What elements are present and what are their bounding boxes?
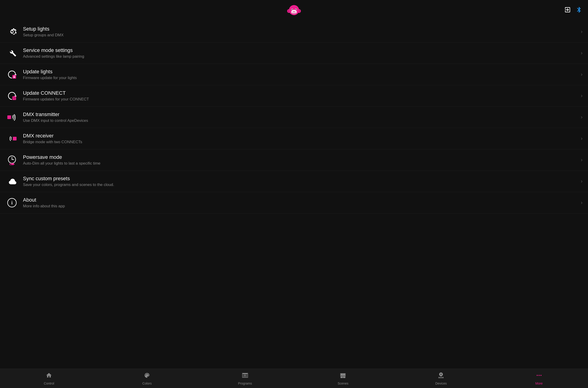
chevron-right-icon: › xyxy=(581,178,583,184)
chevron-right-icon: › xyxy=(581,200,583,206)
devices-icon xyxy=(438,372,444,380)
menu-item-sync-presets[interactable]: Sync custom presets Save your colors, pr… xyxy=(0,171,588,192)
login-icon[interactable] xyxy=(564,6,571,15)
chevron-right-icon: › xyxy=(581,114,583,120)
update-lights-icon xyxy=(5,68,18,81)
chevron-right-icon: › xyxy=(581,136,583,142)
update-lights-text: Update lights Firmware update for your l… xyxy=(23,69,577,80)
setup-lights-subtitle: Setup groups and DMX xyxy=(23,33,577,37)
wrench-icon xyxy=(5,47,18,60)
menu-item-about[interactable]: i About More info about this app › xyxy=(0,192,588,214)
programs-icon xyxy=(242,372,248,380)
menu-item-powersave[interactable]: Powersave mode Auto-Dim all your lights … xyxy=(0,149,588,171)
menu-item-service-mode[interactable]: Service mode settings Advanced settings … xyxy=(0,43,588,64)
svg-text:i: i xyxy=(11,200,13,205)
svg-rect-14 xyxy=(13,97,15,99)
sync-presets-text: Sync custom presets Save your colors, pr… xyxy=(23,176,577,187)
powersave-subtitle: Auto-Dim all your lights to last a speci… xyxy=(23,161,577,166)
dmx-receiver-subtitle: Bridge mode with two CONNECTs xyxy=(23,140,577,144)
about-icon: i xyxy=(5,196,18,209)
svg-point-32 xyxy=(541,375,542,376)
dmx-transmitter-title: DMX transmitter xyxy=(23,112,577,118)
bluetooth-icon[interactable] xyxy=(576,6,583,15)
svg-rect-22 xyxy=(10,164,11,165)
svg-point-10 xyxy=(293,11,294,12)
header-actions xyxy=(564,6,583,15)
update-connect-title: Update CONNECT xyxy=(23,90,577,96)
svg-point-31 xyxy=(538,375,540,376)
chevron-right-icon: › xyxy=(581,29,583,35)
nav-item-devices[interactable]: Devices xyxy=(392,371,490,386)
menu-item-dmx-receiver[interactable]: DMX receiver Bridge mode with two CONNEC… xyxy=(0,128,588,149)
chevron-right-icon: › xyxy=(581,72,583,77)
service-mode-text: Service mode settings Advanced settings … xyxy=(23,47,577,59)
home-icon xyxy=(46,372,52,380)
update-connect-text: Update CONNECT Firmware updates for your… xyxy=(23,90,577,102)
menu-item-setup-lights[interactable]: Setup lights Setup groups and DMX › xyxy=(0,21,588,43)
app-logo xyxy=(287,4,301,18)
scenes-icon xyxy=(340,372,346,380)
more-label: More xyxy=(535,382,543,385)
svg-point-8 xyxy=(292,9,293,10)
update-lights-subtitle: Firmware update for your lights xyxy=(23,76,577,80)
menu-item-dmx-transmitter[interactable]: DMX transmitter Use DMX input to control… xyxy=(0,107,588,128)
svg-marker-26 xyxy=(244,375,246,376)
bottom-navigation: Control Colors Programs xyxy=(0,369,588,388)
service-mode-subtitle: Advanced settings like lamp pairing xyxy=(23,54,577,59)
powersave-title: Powersave mode xyxy=(23,154,577,160)
nav-item-more[interactable]: More xyxy=(490,371,588,386)
dmx-receiver-icon xyxy=(5,132,18,145)
about-subtitle: More info about this app xyxy=(23,204,577,209)
sync-presets-title: Sync custom presets xyxy=(23,176,577,182)
nav-item-programs[interactable]: Programs xyxy=(196,371,294,386)
cloud-icon xyxy=(5,175,18,188)
update-connect-subtitle: Firmware updates for your CONNECT xyxy=(23,97,577,102)
dmx-transmitter-text: DMX transmitter Use DMX input to control… xyxy=(23,112,577,123)
chevron-right-icon: › xyxy=(581,50,583,56)
dmx-transmitter-subtitle: Use DMX input to control ApeDevices xyxy=(23,118,577,123)
svg-rect-15 xyxy=(7,115,11,119)
sync-presets-subtitle: Save your colors, programs and scenes to… xyxy=(23,183,577,187)
colors-icon xyxy=(144,372,150,380)
setup-lights-title: Setup lights xyxy=(23,26,577,32)
service-mode-title: Service mode settings xyxy=(23,47,577,53)
more-icon xyxy=(536,372,542,380)
update-lights-title: Update lights xyxy=(23,69,577,75)
dmx-transmitter-icon xyxy=(5,111,18,124)
nav-item-scenes[interactable]: Scenes xyxy=(294,371,392,386)
svg-rect-21 xyxy=(14,164,15,165)
powersave-icon xyxy=(5,154,18,167)
about-title: About xyxy=(23,197,577,203)
update-connect-icon xyxy=(5,89,18,102)
chevron-right-icon: › xyxy=(581,93,583,99)
devices-label: Devices xyxy=(435,382,447,385)
gear-icon xyxy=(5,25,18,38)
colors-label: Colors xyxy=(142,382,152,385)
setup-lights-text: Setup lights Setup groups and DMX xyxy=(23,26,577,37)
svg-point-30 xyxy=(537,375,538,376)
chevron-right-icon: › xyxy=(581,157,583,163)
powersave-text: Powersave mode Auto-Dim all your lights … xyxy=(23,154,577,166)
programs-label: Programs xyxy=(238,382,252,385)
svg-point-11 xyxy=(294,11,295,12)
settings-menu: Setup lights Setup groups and DMX › Serv… xyxy=(0,21,588,369)
header xyxy=(0,0,588,21)
dmx-receiver-title: DMX receiver xyxy=(23,133,577,139)
control-label: Control xyxy=(44,382,54,385)
svg-rect-16 xyxy=(13,137,17,141)
nav-item-control[interactable]: Control xyxy=(0,371,98,386)
scenes-label: Scenes xyxy=(338,382,348,385)
monkey-logo-icon xyxy=(287,4,301,18)
menu-item-update-lights[interactable]: Update lights Firmware update for your l… xyxy=(0,64,588,85)
about-text: About More info about this app xyxy=(23,197,577,209)
nav-item-colors[interactable]: Colors xyxy=(98,371,196,386)
menu-item-update-connect[interactable]: Update CONNECT Firmware updates for your… xyxy=(0,85,588,107)
svg-point-9 xyxy=(295,9,296,10)
dmx-receiver-text: DMX receiver Bridge mode with two CONNEC… xyxy=(23,133,577,144)
